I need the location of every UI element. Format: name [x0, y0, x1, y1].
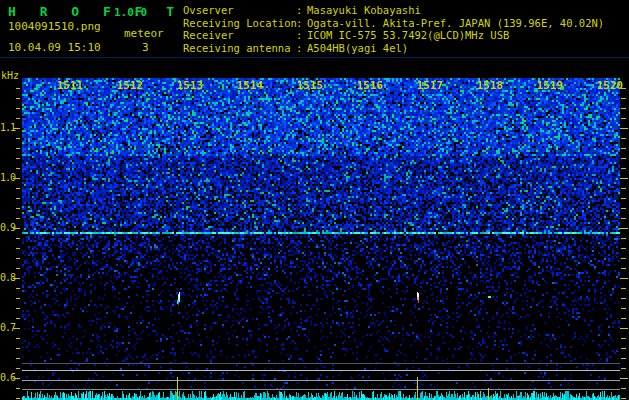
freq-tick-major: [620, 228, 628, 229]
freq-tick-minor: [621, 88, 626, 89]
freq-tick-minor: [621, 318, 626, 319]
time-label: 1511: [53, 80, 87, 91]
freq-tick-minor: [16, 158, 20, 159]
freq-tick-minor: [16, 118, 20, 119]
station-row: Receiver:ICOM IC-575 53.7492(@LCD)MHz US…: [183, 29, 604, 42]
freq-tick-minor: [621, 118, 626, 119]
station-colon: :: [296, 17, 307, 30]
time-label: 1512: [113, 80, 147, 91]
freq-tick-minor: [621, 368, 626, 369]
freq-tick-major: [13, 128, 20, 129]
station-colon: :: [296, 29, 307, 42]
freq-tick-minor: [16, 88, 20, 89]
freq-tick-minor: [16, 198, 20, 199]
freq-tick-minor: [16, 188, 20, 189]
freq-tick-minor: [16, 98, 20, 99]
freq-tick-minor: [621, 398, 626, 399]
time-label: 1520: [593, 80, 627, 91]
freq-tick-minor: [621, 138, 626, 139]
freq-tick-major: [13, 278, 20, 279]
station-label: Receiving antenna: [183, 42, 296, 55]
time-label: 1518: [473, 80, 507, 91]
freq-tick-major: [13, 178, 20, 179]
freq-label: 0.9: [0, 223, 14, 233]
freq-axis-unit: kHz: [1, 70, 19, 81]
station-label: Receiving Location: [183, 17, 296, 30]
freq-tick-major: [620, 128, 628, 129]
time-label: 1515: [293, 80, 327, 91]
meteor-count: 3: [142, 41, 149, 54]
freq-tick-minor: [621, 338, 626, 339]
freq-tick-minor: [621, 98, 626, 99]
freq-tick-minor: [621, 208, 626, 209]
freq-tick-minor: [621, 268, 626, 269]
freq-tick-minor: [621, 358, 626, 359]
freq-tick-minor: [16, 288, 20, 289]
freq-tick-minor: [621, 388, 626, 389]
mode-label: meteor: [124, 27, 164, 40]
hrofft-screen: H R O F F T 1.0.0 1004091510.png meteor …: [0, 0, 629, 400]
time-label: 1517: [413, 80, 447, 91]
freq-tick-minor: [16, 218, 20, 219]
freq-tick-minor: [16, 148, 20, 149]
freq-tick-minor: [621, 148, 626, 149]
freq-tick-minor: [621, 168, 626, 169]
station-row: Receiving antenna:A504HB(yagi 4el): [183, 42, 604, 55]
app-version: 1.0.0: [114, 6, 147, 19]
freq-tick-minor: [16, 298, 20, 299]
station-row: Receiving Location:Ogata-vill. Akita-Pre…: [183, 17, 604, 30]
freq-tick-major: [13, 378, 20, 379]
time-label: 1519: [533, 80, 567, 91]
meteor-marker: [488, 388, 489, 400]
freq-tick-minor: [16, 388, 20, 389]
time-label: 1516: [353, 80, 387, 91]
freq-tick-minor: [621, 108, 626, 109]
freq-tick-minor: [16, 248, 20, 249]
freq-tick-major: [620, 278, 628, 279]
freq-tick-minor: [16, 238, 20, 239]
freq-tick-minor: [16, 138, 20, 139]
freq-tick-major: [620, 178, 628, 179]
freq-tick-minor: [621, 248, 626, 249]
output-filename: 1004091510.png: [8, 20, 101, 33]
freq-tick-minor: [621, 238, 626, 239]
station-row: Ovserver:Masayuki Kobayashi: [183, 4, 604, 17]
freq-tick-minor: [16, 268, 20, 269]
freq-tick-minor: [621, 298, 626, 299]
freq-tick-minor: [16, 338, 20, 339]
time-label: 1514: [233, 80, 267, 91]
app-title: H R O F F T: [8, 4, 182, 19]
freq-tick-minor: [621, 288, 626, 289]
freq-tick-minor: [16, 108, 20, 109]
freq-label: 0.6: [0, 373, 14, 383]
time-label: 1513: [173, 80, 207, 91]
freq-tick-minor: [16, 258, 20, 259]
freq-tick-minor: [621, 158, 626, 159]
station-label: Ovserver: [183, 4, 296, 17]
freq-tick-minor: [621, 218, 626, 219]
station-value: Ogata-vill. Akita-Pref. JAPAN (139.96E, …: [307, 17, 604, 30]
datetime-label: 10.04.09 15:10: [8, 41, 101, 54]
meteor-marker: [417, 377, 418, 400]
station-value: A504HB(yagi 4el): [307, 42, 408, 55]
freq-tick-minor: [621, 308, 626, 309]
freq-tick-minor: [16, 168, 20, 169]
freq-tick-minor: [16, 308, 20, 309]
freq-tick-minor: [621, 198, 626, 199]
freq-tick-major: [13, 328, 20, 329]
freq-tick-minor: [621, 258, 626, 259]
freq-tick-major: [620, 378, 628, 379]
freq-tick-minor: [16, 208, 20, 209]
station-colon: :: [296, 4, 307, 17]
freq-tick-minor: [16, 348, 20, 349]
freq-label: 1.0: [0, 173, 14, 183]
station-info: Ovserver:Masayuki KobayashiReceiving Loc…: [183, 4, 604, 54]
station-label: Receiver: [183, 29, 296, 42]
freq-tick-major: [620, 328, 628, 329]
station-colon: :: [296, 42, 307, 55]
freq-tick-minor: [16, 368, 20, 369]
spectrogram-canvas: [22, 78, 620, 400]
freq-label: 1.1: [0, 123, 14, 133]
freq-label: 0.7: [0, 323, 14, 333]
station-value: Masayuki Kobayashi: [307, 4, 421, 17]
